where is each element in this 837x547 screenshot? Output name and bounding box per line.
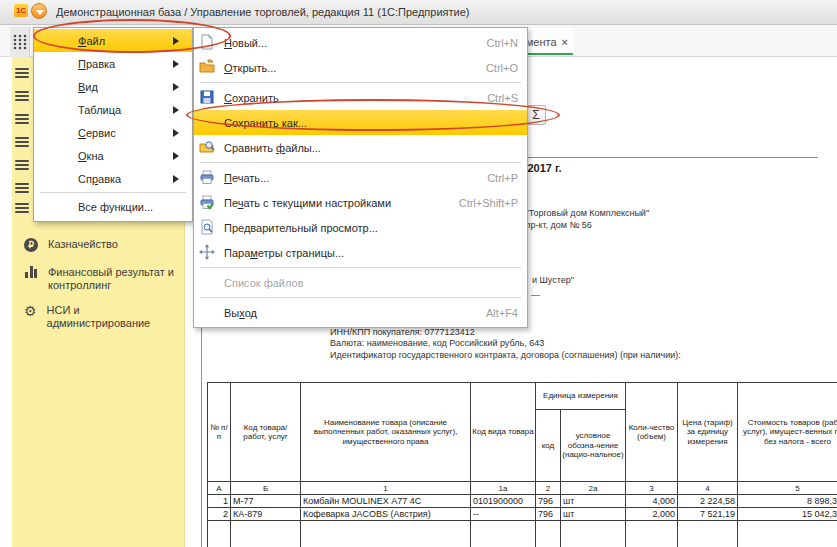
letter-cell: Б [231,482,301,495]
grid-dots-icon [10,27,30,57]
menu-item-label: Таблица [78,104,121,116]
payment-doc-fragment: — [531,290,540,300]
letter-cell: 2 [536,482,561,495]
menu-item-windows[interactable]: Окна [34,144,192,167]
hidden-section-icon[interactable] [15,203,29,214]
submenu-item-open[interactable]: Открыть... Ctrl+O [194,55,527,80]
gear-icon: ⚙ [24,304,37,318]
menu-item-label: Правка [78,58,115,70]
shortcut-label: Alt+F4 [486,307,518,319]
submenu-item-print-current-settings[interactable]: Печать с текущими настройками Ctrl+Shift… [194,190,527,215]
shortcut-label: Ctrl+O [486,62,518,74]
save-icon [199,89,215,105]
menu-item-label: Окна [78,150,104,162]
menu-separator [200,162,521,163]
col-header-unit-cond: условное обозна-чение (нацио-нальное) [561,410,625,481]
table-cell: 2,000 [626,508,678,521]
menu-separator [40,192,186,193]
table-cell-empty [626,521,678,547]
consignee-fragment: и Шустер" [532,275,574,285]
letter-cell: 1 [301,482,471,495]
col-header-price: Цена (тариф) за единицу измерения [678,383,738,482]
hidden-section-icon[interactable] [15,183,29,194]
menu-item-table[interactable]: Таблица [34,98,192,121]
menu-separator [200,82,521,83]
page-setup-icon [199,244,215,260]
window-title: Демонстрационная база / Управление торго… [56,6,469,18]
letter-cell: 3 [626,482,678,495]
submenu-item-new[interactable]: Новый... Ctrl+N [194,30,527,55]
tab-close-icon[interactable]: × [562,36,568,48]
tab-label: мента [526,36,557,48]
sidebar-item-label: НСИ и администрирование [47,304,179,330]
shortcut-label: Ctrl+P [487,172,518,184]
sum-button[interactable]: Σ [526,105,546,125]
submenu-arrow-icon [173,129,183,137]
letter-cell: А [208,482,231,495]
submenu-item-file-list: Список файлов [194,270,527,295]
shortcut-label: Ctrl+S [487,92,518,104]
shortcut-label: Ctrl+Shift+P [459,197,518,209]
submenu-item-exit[interactable]: Выход Alt+F4 [194,300,527,325]
menu-item-file[interactable]: Файл [34,29,192,52]
table-cell: шт [561,508,626,521]
table-cell: М-77 [231,495,301,508]
sidebar-item-treasury[interactable]: ₽ Казначейство [24,238,180,252]
seller-name-fragment: о "Торговый дом Комплексный" [518,208,649,218]
submenu-arrow-icon [173,152,183,160]
active-tab-indicator [528,53,573,55]
menu-item-view[interactable]: Вид [34,75,192,98]
sidebar-item-financial-result[interactable]: Финансовый результат и контроллинг [24,266,180,292]
system-menu-button[interactable] [31,3,47,19]
table-cell: 0101900000 [471,495,536,508]
col-header-kind: Код вида товара [471,383,536,482]
hidden-section-icon[interactable] [15,160,29,171]
table-cell-empty [301,521,471,547]
submenu-arrow-icon [173,83,183,91]
table-cell: 796 [536,508,561,521]
col-header-num: № п/п [208,383,231,482]
submenu-item-save[interactable]: Сохранить Ctrl+S [194,85,527,110]
hidden-section-icon[interactable] [15,137,29,148]
menu-separator [200,267,521,268]
letter-cell: 5 [738,482,837,495]
submenu-item-label: Печать с текущими настройками [194,197,391,209]
submenu-item-save-as[interactable]: Сохранить как... [194,110,527,135]
submenu-item-label: Выход [194,307,257,319]
submenu-arrow-icon [173,37,183,45]
hidden-section-icon[interactable] [15,68,29,79]
menu-item-help[interactable]: Справка [34,167,192,190]
hidden-section-icon[interactable] [15,91,29,102]
table-cell: Комбайн MOULINEX А77 4С [301,495,471,508]
table-cell: 796 [536,495,561,508]
sidebar-item-nsi-administration[interactable]: ⚙ НСИ и администрирование [24,304,179,330]
menu-item-all-functions[interactable]: Все функции... [34,195,192,218]
submenu-item-compare-files[interactable]: Сравнить файлы... [194,135,527,160]
submenu-item-label: Предварительный просмотр... [194,222,378,234]
hidden-section-icon[interactable] [15,114,29,125]
menu-item-edit[interactable]: Правка [34,52,192,75]
submenu-item-print-preview[interactable]: Предварительный просмотр... [194,215,527,240]
table-cell-empty [561,521,626,547]
submenu-item-page-setup[interactable]: Параметры страницы... [194,240,527,265]
print-preview-icon [199,219,215,235]
submenu-item-print[interactable]: Печать... Ctrl+P [194,165,527,190]
1c-logo-icon: 1С [14,4,28,17]
table-cell: 8 898,3 [738,495,837,508]
compare-files-icon [199,139,215,155]
sidebar-item-label: Казначейство [48,238,180,251]
table-cell: Кофеварка JACOBS (Австрия) [301,508,471,521]
table-cell-empty [678,521,738,547]
letter-cell: 1а [471,482,536,495]
letter-cell: 2а [561,482,626,495]
col-header-cost: Стоимость товаров (работ, услуг), имущес… [738,383,837,482]
submenu-item-label: Параметры страницы... [194,247,344,259]
submenu-arrow-icon [173,175,183,183]
new-document-icon [199,34,215,50]
table-cell: 2 224,58 [678,495,738,508]
open-folder-icon [199,59,215,75]
ruble-icon: ₽ [24,238,38,252]
main-menu-button[interactable] [10,27,30,57]
submenu-item-label: Список файлов [194,277,303,289]
menu-item-service[interactable]: Сервис [34,121,192,144]
